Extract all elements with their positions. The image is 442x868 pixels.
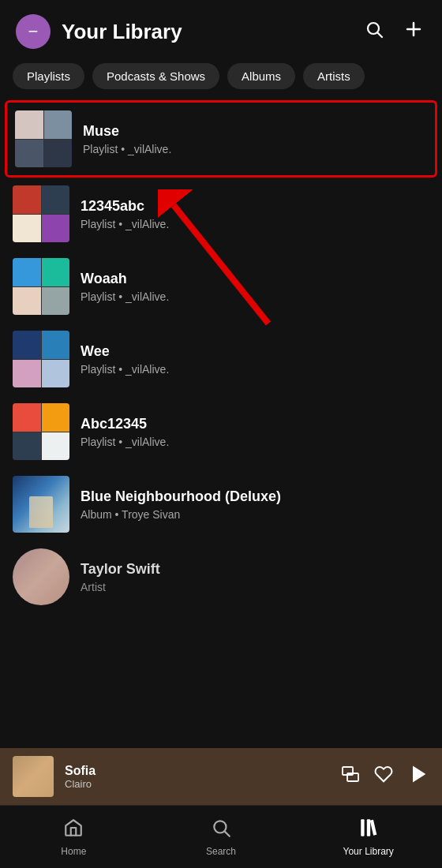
abc12345-info: Abc12345 Playlist • _vilAlive.	[81, 416, 429, 448]
svg-line-11	[225, 831, 230, 836]
art-cell	[15, 110, 43, 139]
muse-info: Muse Playlist • _vilAlive.	[83, 123, 427, 155]
nav-home-label: Home	[61, 846, 86, 857]
avatar[interactable]: −	[16, 14, 51, 49]
art-cell	[13, 185, 41, 214]
filter-tabs: Playlists Podcasts & Shows Albums Artist…	[0, 57, 442, 100]
wee-info: Wee Playlist • _vilAlive.	[81, 343, 429, 376]
library-item-muse[interactable]: Muse Playlist • _vilAlive.	[5, 100, 437, 178]
art-cell	[13, 432, 41, 461]
12345abc-art	[13, 185, 69, 242]
art-cell	[42, 403, 70, 432]
nav-home[interactable]: Home	[0, 806, 148, 868]
art-cell	[13, 403, 41, 432]
art-cell	[44, 140, 73, 168]
now-playing-bar[interactable]: Sofia Clairo	[0, 748, 442, 805]
home-icon	[63, 817, 84, 843]
muse-art	[15, 110, 72, 167]
library-item-abc12345[interactable]: Abc12345 Playlist • _vilAlive.	[0, 395, 442, 468]
art-cell	[13, 258, 41, 286]
now-playing-art-inner	[13, 756, 54, 797]
woaah-name: Woaah	[81, 271, 429, 287]
taylor-swift-info: Taylor Swift Artist	[81, 561, 429, 593]
blue-neighbourhood-art	[13, 476, 69, 533]
art-cell	[44, 110, 73, 139]
bottom-nav: Home Search Your Library	[0, 805, 442, 868]
svg-line-1	[378, 33, 383, 38]
art-cell	[42, 360, 70, 388]
woaah-art	[13, 258, 69, 315]
blue-neighbourhood-info: Blue Neighbourhood (Deluxe) Album • Troy…	[81, 488, 429, 521]
abc12345-name: Abc12345	[81, 416, 429, 432]
now-playing-title: Sofia	[65, 764, 330, 778]
blue-neighbourhood-sub: Album • Troye Sivan	[81, 508, 429, 521]
header-actions	[361, 17, 426, 47]
12345abc-info: 12345abc Playlist • _vilAlive.	[81, 198, 429, 230]
wee-sub: Playlist • _vilAlive.	[81, 363, 429, 376]
now-playing-artist: Clairo	[65, 778, 330, 790]
muse-name: Muse	[83, 123, 427, 140]
art-cell	[42, 432, 70, 461]
art-cell	[42, 258, 70, 286]
nav-library-label: Your Library	[343, 846, 394, 857]
page-title: Your Library	[62, 20, 350, 44]
art-cell	[13, 360, 41, 388]
search-nav-icon	[211, 817, 231, 843]
art-cell	[13, 331, 41, 359]
taylor-swift-sub: Artist	[81, 581, 429, 593]
device-button[interactable]	[341, 765, 360, 788]
taylor-swift-name: Taylor Swift	[81, 561, 429, 578]
avatar-symbol: −	[28, 21, 39, 42]
tab-podcasts[interactable]: Podcasts & Shows	[92, 63, 219, 89]
header: − Your Library	[0, 0, 442, 57]
muse-sub: Playlist • _vilAlive.	[83, 143, 427, 155]
library-item-woaah[interactable]: Woaah Playlist • _vilAlive.	[0, 250, 442, 323]
heart-button[interactable]	[374, 765, 393, 788]
wee-name: Wee	[81, 343, 429, 360]
art-cell	[13, 215, 41, 243]
abc12345-sub: Playlist • _vilAlive.	[81, 436, 429, 448]
play-button[interactable]	[407, 763, 429, 790]
art-cell	[13, 287, 41, 316]
nav-search[interactable]: Search	[148, 806, 295, 868]
library-item-wee[interactable]: Wee Playlist • _vilAlive.	[0, 323, 442, 395]
now-playing-art	[13, 756, 54, 797]
art-cell	[42, 287, 70, 316]
search-button[interactable]	[361, 17, 387, 47]
art-cell	[15, 140, 43, 168]
svg-rect-12	[361, 819, 364, 836]
tab-albums[interactable]: Albums	[227, 63, 295, 89]
library-item-taylor-swift[interactable]: Taylor Swift Artist	[0, 541, 442, 613]
art-cell	[42, 185, 70, 214]
taylor-swift-art	[13, 548, 69, 605]
12345abc-name: 12345abc	[81, 198, 429, 215]
add-button[interactable]	[401, 17, 426, 47]
svg-marker-9	[413, 766, 425, 783]
abc12345-art	[13, 403, 69, 460]
now-playing-controls	[341, 763, 429, 790]
art-cell	[42, 215, 70, 243]
woaah-sub: Playlist • _vilAlive.	[81, 290, 429, 303]
blue-neighbourhood-name: Blue Neighbourhood (Deluxe)	[81, 488, 429, 505]
library-item-blue-neighbourhood[interactable]: Blue Neighbourhood (Deluxe) Album • Troy…	[0, 468, 442, 541]
woaah-info: Woaah Playlist • _vilAlive.	[81, 271, 429, 303]
now-playing-info: Sofia Clairo	[65, 764, 330, 790]
nav-library[interactable]: Your Library	[294, 806, 442, 868]
tab-artists[interactable]: Artists	[303, 63, 365, 89]
library-icon	[358, 817, 379, 843]
12345abc-sub: Playlist • _vilAlive.	[81, 218, 429, 230]
library-list: Muse Playlist • _vilAlive. 12345abc Play…	[0, 100, 442, 613]
nav-search-label: Search	[206, 846, 236, 857]
svg-rect-13	[367, 819, 370, 836]
library-item-12345abc[interactable]: 12345abc Playlist • _vilAlive.	[0, 178, 442, 250]
tab-playlists[interactable]: Playlists	[13, 63, 84, 89]
wee-art	[13, 331, 69, 387]
art-cell	[42, 331, 70, 359]
